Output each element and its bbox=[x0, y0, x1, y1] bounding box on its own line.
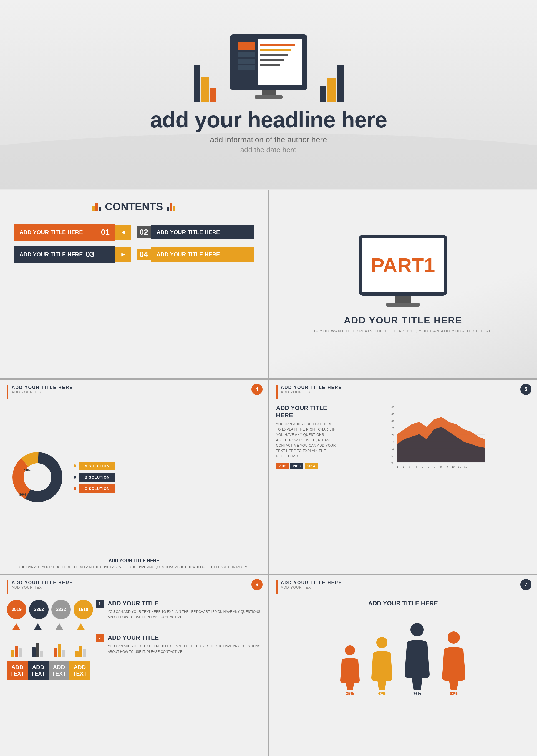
svg-text:5: 5 bbox=[391, 454, 393, 457]
slide7-header-bar bbox=[276, 580, 277, 594]
mini-bars-4 bbox=[75, 641, 86, 657]
stat-bar-group-2 bbox=[28, 641, 48, 657]
add-text-item-1: ADD TEXT bbox=[7, 661, 28, 680]
stat-bars-row bbox=[7, 634, 90, 657]
monitor-base bbox=[255, 96, 282, 99]
mini-bar-3a bbox=[54, 648, 57, 657]
donut-label-12: 12% bbox=[45, 465, 52, 469]
svg-point-38 bbox=[410, 623, 424, 636]
slide6-sub: ADD YOUR TEXT bbox=[12, 585, 73, 589]
pct-3: 76% bbox=[413, 691, 421, 696]
section-badge-1: 1 bbox=[96, 600, 103, 608]
slides-grid: CONTENTS ADD YOUR TITLE HERE 01 ◄ 02 ADD bbox=[0, 190, 537, 756]
contents-item2-label: ADD YOUR TITLE HERE bbox=[151, 225, 254, 239]
svg-text:15: 15 bbox=[391, 440, 394, 443]
stat-bar-group-3 bbox=[50, 641, 69, 657]
legend-bar-b: B SOLUTION bbox=[79, 473, 115, 482]
slide4-footer: ADD YOUR TITLE HERE YOU CAN ADD YOUR TEX… bbox=[0, 555, 268, 574]
slide5-header: ADD YOUR TITLE HERE ADD YOUR TEXT 5 bbox=[269, 379, 537, 402]
slide-7-people: ADD YOUR TITLE HERE ADD YOUR TEXT 7 ADD … bbox=[269, 575, 537, 756]
part-monitor: PART1 bbox=[358, 235, 447, 296]
svg-point-37 bbox=[376, 637, 388, 648]
add-text-item-3: ADD TEXT bbox=[49, 661, 69, 680]
area-chart-svg: 40 35 30 25 20 15 10 5 0 bbox=[343, 405, 530, 474]
bar2 bbox=[96, 203, 98, 211]
part-subtitle: IF YOU WANT TO EXPLAIN THE TITLE ABOVE，Y… bbox=[314, 329, 492, 334]
slide7-chart-title: ADD YOUR TITLE HERE bbox=[276, 600, 530, 607]
monitor-line5 bbox=[260, 63, 280, 66]
stat-circles: 2519 3362 2832 1610 bbox=[7, 600, 90, 619]
part-base bbox=[386, 303, 420, 306]
section-text-2: YOU CAN ADD YOUR TEXT HERE TO EXPLAIN TH… bbox=[108, 644, 261, 654]
slide5-body: ADD YOUR TITLE HERE YOU CAN ADD YOUR TEX… bbox=[269, 402, 537, 477]
hero-headline: add your headline here bbox=[150, 107, 387, 133]
stat-arrows bbox=[7, 623, 90, 630]
slide4-body: 12% 58% 30% A SOLUTION B SOLUTION C SOLU… bbox=[0, 402, 268, 555]
legend-bar-c: C SOLUTION bbox=[79, 484, 115, 493]
slide-3-part1: PART1 ADD YOUR TITLE HERE IF YOU WANT TO… bbox=[269, 190, 537, 378]
slide7-header: ADD YOUR TITLE HERE ADD YOUR TEXT 7 bbox=[269, 575, 537, 597]
monitor-row1 bbox=[237, 52, 255, 57]
contents-item1-label: ADD YOUR TITLE HERE 01 bbox=[14, 224, 115, 241]
monitor-left-panel bbox=[235, 39, 258, 85]
bar3 bbox=[99, 207, 101, 211]
pct-4: 62% bbox=[450, 691, 458, 696]
svg-text:1: 1 bbox=[396, 465, 398, 468]
contents-title: CONTENTS bbox=[14, 201, 254, 213]
section-badge-2: 2 bbox=[96, 634, 103, 642]
contents-label: CONTENTS bbox=[105, 201, 163, 213]
slide-2-contents: CONTENTS ADD YOUR TITLE HERE 01 ◄ 02 ADD bbox=[0, 190, 268, 378]
slide-4-donut: ADD YOUR TITLE HERE ADD YOUR TEXT 4 12% bbox=[0, 379, 268, 574]
legend-dot-a bbox=[73, 464, 76, 467]
contents-item-1: ADD YOUR TITLE HERE 01 ◄ bbox=[14, 224, 131, 241]
donut-chart: 12% 58% 30% bbox=[7, 447, 68, 508]
monitor-screen bbox=[235, 39, 302, 85]
slide-1: add your headline here add information o… bbox=[0, 0, 537, 189]
slide5-header-bar bbox=[276, 385, 277, 399]
arrow-up-3 bbox=[55, 623, 63, 630]
contents-items: ADD YOUR TITLE HERE 01 ◄ 02 ADD YOUR TIT… bbox=[14, 224, 254, 263]
svg-text:11: 11 bbox=[458, 465, 461, 468]
mini-bar-1b bbox=[15, 646, 18, 657]
section-text-1: YOU CAN ADD YOUR TEXT HERE TO EXPLAIN TH… bbox=[108, 609, 261, 620]
year-2013: 2013 bbox=[290, 463, 303, 469]
add-text-item-2: ADD TEXT bbox=[28, 661, 49, 680]
slide4-header: ADD YOUR TITLE HERE ADD YOUR TEXT 4 bbox=[0, 379, 268, 402]
arrow-1 bbox=[7, 623, 26, 630]
monitor-line1 bbox=[260, 44, 295, 46]
donut-label-30: 30% bbox=[19, 493, 26, 497]
svg-text:2: 2 bbox=[403, 465, 404, 468]
year-tags: 2012 2013 2014 bbox=[276, 463, 337, 469]
arrow-connector-3: ► bbox=[115, 247, 131, 262]
bar-icon-right bbox=[167, 203, 175, 211]
mini-bar-1a bbox=[11, 650, 14, 657]
arrow-up-4 bbox=[77, 623, 85, 630]
stat-circle-2: 3362 bbox=[29, 600, 49, 619]
slide4-num: 4 bbox=[251, 384, 263, 395]
slide4-header-bar bbox=[7, 385, 8, 399]
monitor-stand bbox=[262, 90, 275, 96]
divider bbox=[96, 627, 261, 627]
svg-text:20: 20 bbox=[391, 433, 394, 436]
stats-left: 2519 3362 2832 1610 bbox=[7, 600, 90, 680]
slide-5-area: ADD YOUR TITLE HERE ADD YOUR TEXT 5 ADD … bbox=[269, 379, 537, 574]
people-chart: 35% 47% 76% bbox=[276, 613, 530, 696]
mini-bar-4b bbox=[79, 646, 82, 657]
mini-bars-3 bbox=[54, 641, 65, 657]
monitor-line4 bbox=[260, 59, 284, 61]
part-title: ADD YOUR TITLE HERE bbox=[344, 315, 462, 326]
slide6-title: ADD YOUR TITLE HERE bbox=[12, 580, 73, 585]
bar3r bbox=[167, 207, 169, 211]
svg-text:30: 30 bbox=[391, 419, 394, 422]
monitor-body bbox=[230, 34, 308, 90]
mini-bar-2a bbox=[32, 647, 35, 657]
person-2: 47% bbox=[368, 636, 396, 696]
legend-dot-b bbox=[73, 476, 76, 479]
hero-author: add information of the author here bbox=[210, 136, 327, 144]
person-svg-3 bbox=[401, 622, 433, 690]
arrow-connector-1: ◄ bbox=[115, 225, 131, 240]
slide5-chart-title: ADD YOUR TITLE HERE bbox=[276, 405, 337, 419]
legend-b: B SOLUTION bbox=[73, 473, 261, 482]
slide6-header: ADD YOUR TITLE HERE ADD YOUR TEXT 6 bbox=[0, 575, 268, 597]
arrow-2 bbox=[28, 623, 48, 630]
